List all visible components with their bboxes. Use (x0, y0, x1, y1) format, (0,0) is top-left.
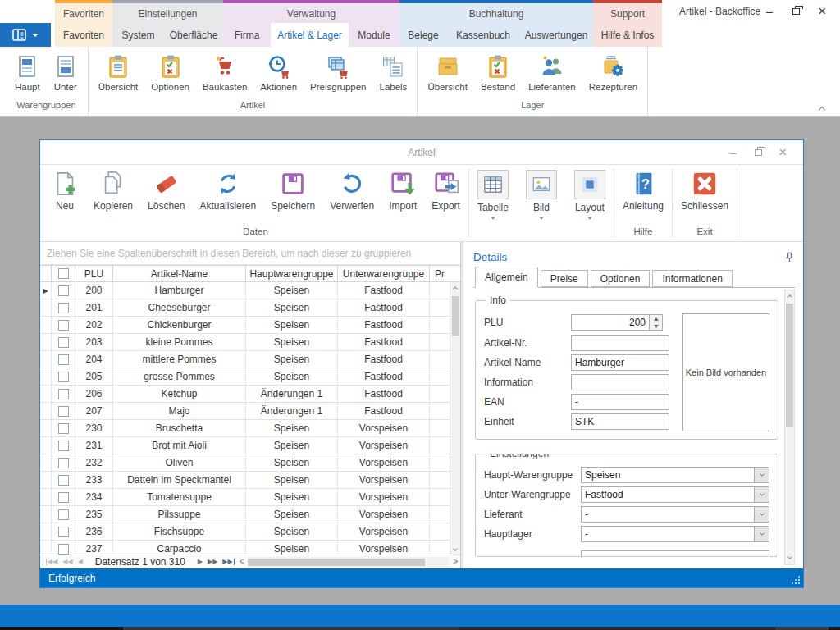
table-row[interactable]: 231 Brot mit Aioli Speisen Vorspeisen (40, 437, 460, 454)
resize-grip[interactable] (798, 582, 801, 585)
neu-button[interactable]: Neu (43, 169, 86, 212)
dialog-close-button[interactable] (770, 140, 795, 165)
scroll-down-icon[interactable] (785, 552, 794, 563)
tab-informationen[interactable]: Informationen (652, 270, 732, 287)
row-checkbox[interactable] (58, 509, 69, 520)
previous-record-button[interactable] (78, 559, 83, 565)
row-checkbox[interactable] (58, 354, 69, 365)
unter-warengruppe-dropdown[interactable]: Fastfood (581, 486, 769, 503)
row-checkbox[interactable] (58, 337, 69, 348)
ribbon-button-uebersicht-artikel[interactable]: Übersicht (92, 52, 145, 94)
scroll-right-icon[interactable] (453, 558, 458, 566)
tab-module[interactable]: Module (349, 23, 399, 47)
last-record-button[interactable] (222, 559, 234, 565)
spin-down-icon[interactable] (650, 322, 662, 330)
scroll-up-icon[interactable] (785, 290, 794, 301)
row-checkbox[interactable] (58, 423, 69, 434)
scrollbar-thumb[interactable] (786, 304, 793, 427)
verwerfen-button[interactable]: Verwerfen (322, 169, 381, 212)
details-vertical-scrollbar[interactable] (784, 290, 795, 565)
column-header-plu[interactable]: PLU (75, 266, 113, 281)
bild-button[interactable]: Bild (518, 169, 564, 221)
row-checkbox[interactable] (58, 320, 69, 331)
table-row[interactable]: 234 Tomatensuppe Speisen Vorspeisen (40, 489, 460, 506)
ribbon-button-bestand[interactable]: Bestand (474, 52, 522, 94)
export-button[interactable]: Export (424, 169, 468, 212)
row-checkbox[interactable] (58, 441, 69, 451)
select-all-checkbox[interactable] (58, 268, 69, 279)
speichern-button[interactable]: Speichern (263, 169, 322, 212)
tab-optionen[interactable]: Optionen (591, 270, 651, 287)
row-checkbox[interactable] (58, 372, 69, 382)
ribbon-button-optionen[interactable]: Optionen (144, 52, 196, 94)
layout-button[interactable]: Layout (567, 169, 613, 221)
ribbon-collapse-button[interactable] (814, 103, 830, 114)
next-page-button[interactable] (208, 559, 217, 565)
chevron-down-icon[interactable] (754, 527, 769, 541)
tab-hilfe-infos[interactable]: Hilfe & Infos (593, 23, 662, 47)
lieferant-dropdown[interactable]: - (581, 506, 769, 523)
row-checkbox[interactable] (58, 544, 69, 555)
scrollbar-thumb[interactable] (248, 559, 424, 566)
ribbon-button-baukasten[interactable]: Baukasten (196, 52, 253, 94)
chevron-down-icon[interactable] (754, 507, 769, 522)
previous-page-button[interactable] (62, 559, 72, 565)
column-header-unterwarengruppe[interactable]: Unterwarengruppe (338, 266, 430, 281)
tabelle-button[interactable]: Tabelle (470, 169, 516, 221)
tab-system[interactable]: System (112, 23, 164, 47)
ribbon-button-haupt[interactable]: Haupt (8, 52, 47, 94)
ribbon-button-labels[interactable]: Labels (372, 52, 413, 94)
anleitung-button[interactable]: ? Anleitung (615, 169, 671, 212)
scroll-down-icon[interactable] (450, 544, 460, 555)
group-by-panel[interactable]: Ziehen Sie eine Spaltenüberschrift in di… (40, 242, 460, 265)
table-row[interactable]: 207 Majo Änderungen 1 Fastfood (40, 403, 460, 420)
table-row[interactable]: 205 grosse Pommes Speisen Fastfood (40, 368, 460, 386)
tab-kassenbuch[interactable]: Kassenbuch (447, 23, 519, 47)
haupt-warengruppe-dropdown[interactable]: Speisen (581, 467, 769, 483)
dialog-minimize-button[interactable] (721, 140, 746, 165)
row-checkbox[interactable] (58, 406, 69, 417)
row-checkbox[interactable] (58, 389, 69, 399)
row-checkbox[interactable] (58, 527, 69, 537)
ribbon-button-rezepturen[interactable]: Rezepturen (582, 52, 644, 94)
first-record-button[interactable] (46, 559, 57, 565)
ribbon-button-unter[interactable]: Unter (47, 52, 84, 94)
ribbon-button-preisgruppen[interactable]: Preisgruppen (304, 52, 372, 94)
pin-icon[interactable] (784, 252, 795, 262)
dialog-maximize-button[interactable] (746, 140, 770, 165)
tab-belege[interactable]: Belege (399, 23, 447, 47)
table-row[interactable]: 204 mittlere Pommes Speisen Fastfood (40, 351, 460, 368)
table-row[interactable]: 235 Pilssuppe Speisen Vorspeisen (40, 506, 460, 523)
tab-favoriten[interactable]: Favoriten (55, 23, 112, 47)
import-button[interactable]: Import (381, 169, 424, 212)
window-minimize-button[interactable] (756, 0, 783, 23)
kopieren-button[interactable]: Kopieren (86, 169, 140, 212)
table-row[interactable]: 201 Cheeseburger Speisen Fastfood (40, 299, 460, 317)
plu-spinner[interactable] (650, 314, 663, 331)
scroll-left-icon[interactable] (240, 558, 244, 566)
app-menu-button[interactable] (0, 23, 51, 47)
tab-oberflaeche[interactable]: Oberfläche (164, 23, 223, 47)
scrollbar-thumb[interactable] (452, 296, 459, 336)
chevron-down-icon[interactable] (754, 468, 769, 482)
scroll-up-icon[interactable] (450, 282, 460, 293)
column-header-artikel-name[interactable]: Artikel-Name (113, 266, 246, 281)
tab-auswertungen[interactable]: Auswertungen (519, 23, 593, 47)
grid-vertical-scrollbar[interactable] (450, 282, 460, 555)
plu-field[interactable] (571, 314, 650, 331)
table-row[interactable]: 236 Fischsuppe Speisen Vorspeisen (40, 523, 460, 541)
row-checkbox[interactable] (58, 475, 69, 486)
chevron-down-icon[interactable] (754, 487, 769, 502)
information-field[interactable] (571, 374, 669, 390)
tab-firma[interactable]: Firma (223, 23, 271, 47)
table-row[interactable]: 237 Carpaccio Speisen Vorspeisen (40, 541, 460, 555)
artikel-nr-field[interactable] (571, 335, 669, 351)
spin-up-icon[interactable] (650, 315, 662, 322)
table-row[interactable]: 233 Datteln im Speckmantel Speisen Vorsp… (40, 472, 460, 489)
table-row[interactable]: 230 Bruschetta Speisen Vorspeisen (40, 420, 460, 437)
grid-horizontal-scrollbar[interactable] (248, 557, 449, 568)
ribbon-button-lieferanten[interactable]: Lieferanten (522, 52, 582, 94)
tab-artikel-lager[interactable]: Artikel & Lager (271, 23, 349, 47)
column-header-hauptwarengruppe[interactable]: Hauptwarengruppe (246, 266, 338, 281)
row-checkbox[interactable] (58, 285, 69, 296)
